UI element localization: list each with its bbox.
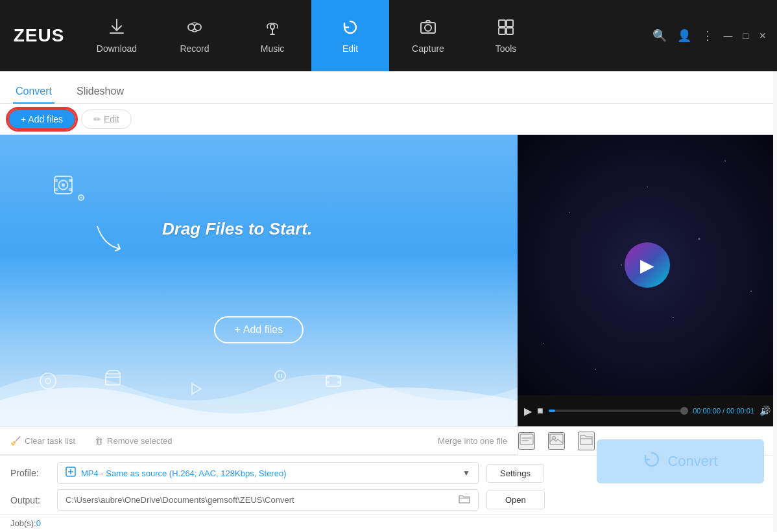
chevron-down-icon: ▼ [462, 468, 470, 478]
add-files-button[interactable]: + Add files [8, 109, 76, 130]
stars-bg [518, 135, 777, 395]
drag-prompt: Drag Files to Start. [91, 219, 312, 259]
svg-rect-23 [326, 376, 329, 378]
merge-action[interactable]: Merge into one file [438, 436, 507, 446]
profile-icon [66, 467, 76, 480]
drag-arrow-icon [91, 220, 130, 259]
progress-dot [680, 407, 688, 415]
convert-spin-icon [643, 450, 661, 472]
video-preview: ▶ [518, 135, 777, 395]
folder-open-button[interactable] [578, 432, 595, 450]
task-bar: 🧹 Clear task list 🗑 Remove selected Merg… [0, 426, 518, 455]
svg-point-11 [62, 183, 65, 187]
clapper-icon [104, 369, 122, 391]
cursor-icon [75, 190, 88, 208]
svg-rect-13 [54, 188, 58, 191]
record-icon [185, 17, 204, 40]
output-path: C:\Users\aubre\OneDrive\Documents\gemsof… [57, 489, 479, 511]
nav-item-capture[interactable]: Capture [389, 0, 467, 71]
svg-point-1 [195, 24, 201, 30]
edit-button[interactable]: ✏ Edit [81, 110, 132, 129]
tools-icon [496, 17, 516, 40]
svg-point-18 [40, 373, 56, 389]
trash-icon: 🗑 [95, 436, 103, 446]
svg-point-0 [188, 24, 195, 30]
drop-area[interactable]: Drag Files to Start. + Add files [0, 135, 518, 426]
jobs-count: 0 [36, 518, 41, 528]
svg-rect-27 [520, 434, 533, 445]
nav-item-music[interactable]: Music [233, 0, 311, 71]
clear-label: Clear task list [25, 436, 75, 446]
plug-icon [272, 368, 288, 387]
volume-icon[interactable]: 🔊 [759, 406, 771, 416]
preview-area: ▶ ▶ ■ 00:00:00 / 00:00:01 🔊 [518, 135, 777, 426]
profile-label: Profile: [10, 468, 49, 478]
nav-item-tools[interactable]: Tools [467, 0, 545, 71]
search-icon[interactable]: 🔍 [652, 29, 667, 43]
content-area: Drag Files to Start. + Add files [0, 135, 777, 426]
play-triangle-icon [188, 381, 204, 400]
scrollbar-hint [773, 71, 777, 532]
time-display: 00:00:00 / 00:00:01 [693, 407, 754, 415]
svg-point-17 [80, 197, 82, 199]
download-icon [107, 17, 126, 40]
nav-item-edit[interactable]: Edit [311, 0, 389, 71]
nav-items: Download Record Music [78, 0, 652, 71]
tab-convert[interactable]: Convert [13, 80, 54, 104]
broom-icon: 🧹 [10, 436, 21, 446]
svg-rect-26 [337, 381, 341, 384]
remove-selected-action[interactable]: 🗑 Remove selected [95, 436, 172, 446]
progress-bar[interactable] [549, 410, 688, 412]
progress-fill [549, 410, 556, 412]
close-icon[interactable]: ✕ [759, 30, 767, 41]
profile-select[interactable]: MP4 - Same as source (H.264; AAC, 128Kbp… [57, 462, 479, 484]
convert-label: Convert [667, 453, 717, 470]
main-content: Convert Slideshow + Add files ✏ Edit [0, 71, 777, 532]
svg-point-2 [270, 24, 274, 29]
app-logo: ZEUS [0, 0, 78, 71]
jobs-label: Job(s): [10, 518, 36, 528]
clear-task-action[interactable]: 🧹 Clear task list [10, 436, 75, 446]
stop-button[interactable]: ■ [537, 405, 544, 417]
nav-label-capture: Capture [412, 43, 444, 54]
music-icon [263, 17, 282, 40]
svg-rect-12 [54, 179, 58, 182]
output-path-text: C:\Users\aubre\OneDrive\Documents\gemsof… [66, 495, 453, 505]
play-button[interactable]: ▶ [524, 405, 532, 417]
reel-icon [39, 372, 57, 394]
output-label: Output: [10, 495, 49, 505]
nav-label-record: Record [180, 43, 209, 54]
nav-label-edit: Edit [342, 43, 358, 54]
svg-rect-25 [337, 376, 341, 378]
folder-icon[interactable] [459, 494, 470, 506]
convert-button[interactable]: Convert [597, 439, 764, 483]
film-strip-icon [324, 372, 342, 394]
maximize-icon[interactable]: □ [743, 30, 748, 41]
more-icon[interactable]: ⋮ [702, 29, 713, 43]
svg-rect-6 [507, 20, 513, 27]
svg-rect-20 [106, 374, 120, 385]
svg-rect-24 [326, 381, 329, 384]
user-icon[interactable]: 👤 [677, 29, 691, 43]
settings-button[interactable]: Settings [486, 464, 544, 483]
svg-rect-14 [69, 179, 72, 182]
edit-icon [341, 17, 360, 40]
output-row: Output: C:\Users\aubre\OneDrive\Document… [10, 489, 767, 511]
nav-controls: 🔍 👤 ⋮ — □ ✕ [652, 29, 777, 43]
drag-text: Drag Files to Start. [162, 219, 312, 239]
film-icon-1 [52, 174, 75, 200]
add-files-center-button[interactable]: + Add files [214, 316, 304, 343]
minimize-icon[interactable]: — [724, 30, 733, 41]
tabs-row: Convert Slideshow [0, 71, 777, 104]
nav-label-tools: Tools [496, 43, 517, 54]
subtitles-button[interactable] [518, 432, 535, 450]
navbar: ZEUS Download Record [0, 0, 777, 71]
nav-label-download: Download [97, 43, 137, 54]
nav-item-download[interactable]: Download [78, 0, 156, 71]
open-button[interactable]: Open [486, 491, 545, 509]
tab-slideshow[interactable]: Slideshow [74, 80, 126, 104]
jobs-bar: Job(s): 0 [0, 514, 777, 532]
video-controls: ▶ ■ 00:00:00 / 00:00:01 🔊 [518, 395, 777, 426]
nav-item-record[interactable]: Record [156, 0, 233, 71]
image-button[interactable] [548, 432, 565, 450]
